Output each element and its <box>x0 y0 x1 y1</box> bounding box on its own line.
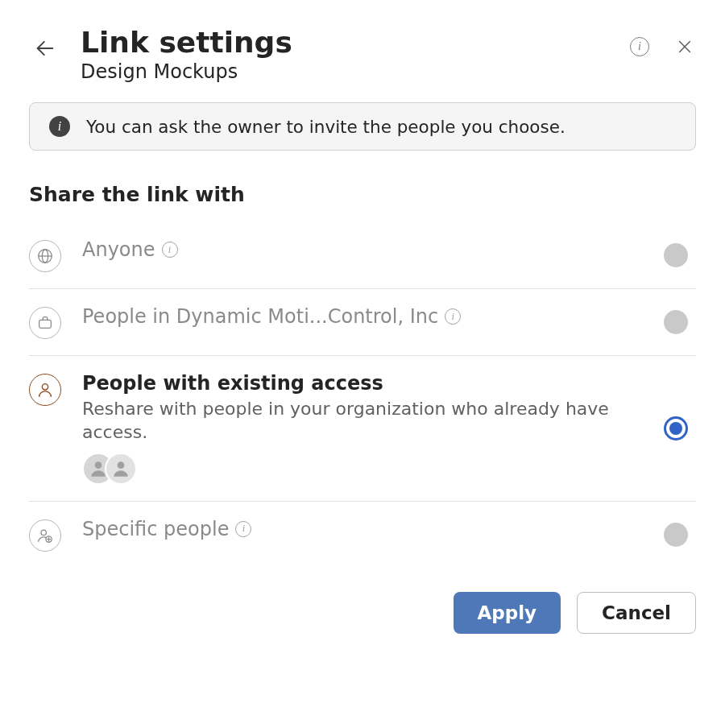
option-existing-radio[interactable] <box>664 416 688 441</box>
person-icon <box>29 374 61 406</box>
info-icon[interactable]: i <box>162 242 178 258</box>
option-anyone[interactable]: Anyone i <box>29 222 696 289</box>
dialog-subtitle: Design Mockups <box>81 60 609 83</box>
option-specific-people[interactable]: Specific people i <box>29 502 696 568</box>
svg-point-8 <box>95 461 102 469</box>
option-anyone-radio[interactable] <box>664 243 688 267</box>
svg-rect-6 <box>39 321 52 329</box>
option-existing-label: People with existing access <box>82 372 383 395</box>
close-icon <box>676 38 694 56</box>
share-options: Anyone i People in Dynamic Moti...Contro… <box>29 222 696 567</box>
svg-point-10 <box>41 530 46 535</box>
info-icon: i <box>630 37 649 56</box>
cancel-button[interactable]: Cancel <box>577 592 696 634</box>
info-icon[interactable]: i <box>445 308 461 325</box>
info-icon[interactable]: i <box>235 521 251 537</box>
option-existing-access[interactable]: People with existing access Reshare with… <box>29 356 696 501</box>
option-specific-radio[interactable] <box>664 523 688 547</box>
existing-access-avatars[interactable] <box>82 453 643 485</box>
option-specific-label: Specific people <box>82 518 229 540</box>
svg-point-7 <box>42 384 48 390</box>
svg-point-9 <box>118 461 125 469</box>
info-icon: i <box>49 116 70 137</box>
person-add-icon <box>29 519 61 552</box>
option-organization[interactable]: People in Dynamic Moti...Control, Inc i <box>29 289 696 356</box>
help-button[interactable]: i <box>628 35 651 58</box>
globe-icon <box>29 240 61 272</box>
info-banner: i You can ask the owner to invite the pe… <box>29 102 696 151</box>
dialog-header: Link settings Design Mockups i <box>29 26 696 83</box>
option-anyone-label: Anyone <box>82 238 155 261</box>
link-settings-dialog: Link settings Design Mockups i i You can… <box>0 0 725 663</box>
banner-text: You can ask the owner to invite the peop… <box>86 117 566 137</box>
dialog-footer: Apply Cancel <box>29 592 696 634</box>
briefcase-icon <box>29 307 61 339</box>
section-title: Share the link with <box>29 183 696 206</box>
close-button[interactable] <box>673 35 696 58</box>
option-organization-radio[interactable] <box>664 310 688 334</box>
back-button[interactable] <box>29 32 61 64</box>
option-organization-label: People in Dynamic Moti...Control, Inc <box>82 305 438 328</box>
dialog-title: Link settings <box>81 26 609 59</box>
avatar <box>105 453 137 485</box>
option-existing-description: Reshare with people in your organization… <box>82 398 643 444</box>
arrow-left-icon <box>34 37 56 60</box>
apply-button[interactable]: Apply <box>454 592 561 634</box>
